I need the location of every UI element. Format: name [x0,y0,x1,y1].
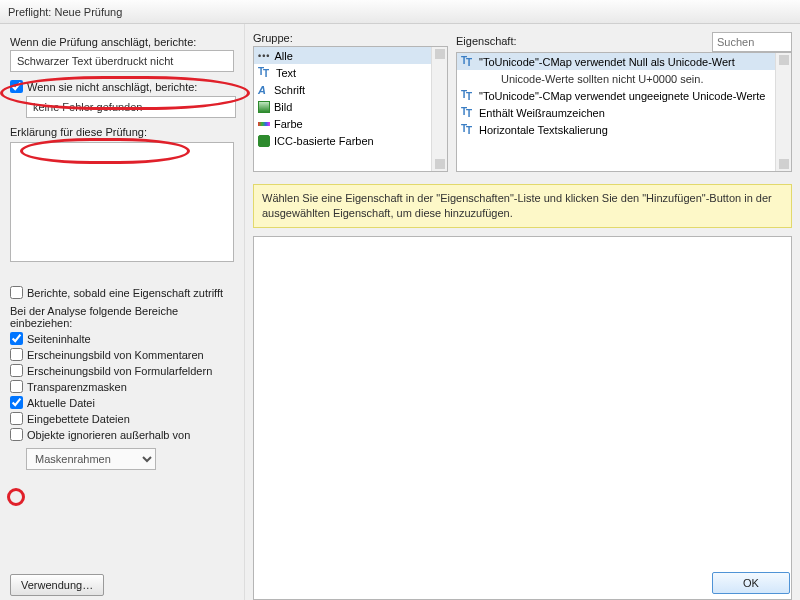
list-item[interactable]: Enthält Weißraumzeichen [457,104,791,121]
ignore-checkbox[interactable] [10,428,23,441]
ignore-label: Objekte ignorieren außerhalb von [27,429,190,441]
report-any-row[interactable]: Berichte, sobald eine Eigenschaft zutrif… [10,286,234,299]
list-item[interactable]: "ToUnicode"-CMap verwendet ungeeignete U… [457,87,791,104]
properties-area [253,236,792,600]
formfields-checkbox[interactable] [10,364,23,377]
text-icon [258,67,272,79]
scrollbar[interactable] [431,47,447,171]
right-pane: Gruppe: •••Alle Text ASchrift Bild Farbe… [245,24,800,600]
embedded-label: Eingebettete Dateien [27,413,130,425]
list-item[interactable]: Farbe [254,115,447,132]
transparency-row[interactable]: Transparenzmasken [10,380,234,393]
list-item-label: Text [276,67,296,79]
nothit-checkbox-row[interactable]: Wenn sie nicht anschlägt, berichte: [10,80,234,93]
hit-message-input[interactable] [10,50,234,72]
image-icon [258,101,270,113]
left-pane: Wenn die Prüfung anschlägt, berichte: We… [0,24,245,600]
ignore-row[interactable]: Objekte ignorieren außerhalb von [10,428,234,441]
comments-checkbox[interactable] [10,348,23,361]
property-label: Eigenschaft: [456,35,517,47]
hint-box: Wählen Sie eine Eigenschaft in der "Eige… [253,184,792,228]
scrollbar[interactable] [775,53,791,171]
search-input[interactable] [712,32,792,52]
label-hit: Wenn die Prüfung anschlägt, berichte: [10,36,234,48]
list-item-label: "ToUnicode"-CMap verwendet Null als Unic… [479,56,735,68]
transparency-checkbox[interactable] [10,380,23,393]
property-list[interactable]: "ToUnicode"-CMap verwendet Null als Unic… [456,52,792,172]
explain-textarea[interactable] [10,142,234,262]
icc-icon [258,135,270,147]
list-item-label: ICC-basierte Farben [274,135,374,147]
embedded-checkbox[interactable] [10,412,23,425]
list-item-label: Enthält Weißraumzeichen [479,107,605,119]
pagecontent-checkbox[interactable] [10,332,23,345]
list-item-label: Bild [274,101,292,113]
list-item-label: "ToUnicode"-CMap verwendet ungeeignete U… [479,90,765,102]
formfields-label: Erscheinungsbild von Formularfeldern [27,365,212,377]
formfields-row[interactable]: Erscheinungsbild von Formularfeldern [10,364,234,377]
list-item[interactable]: •••Alle [254,47,447,64]
group-list[interactable]: •••Alle Text ASchrift Bild Farbe ICC-bas… [253,46,448,172]
footer: OK [0,566,800,600]
group-panel: Gruppe: •••Alle Text ASchrift Bild Farbe… [253,32,448,172]
comments-label: Erscheinungsbild von Kommentaren [27,349,204,361]
color-icon [258,118,270,130]
label-analyze: Bei der Analyse folgende Bereiche einbez… [10,305,234,329]
tt-icon [461,107,475,119]
all-icon: ••• [258,51,270,61]
list-item[interactable]: ASchrift [254,81,447,98]
font-icon: A [258,84,270,96]
list-item-label: Horizontale Textskalierung [479,124,608,136]
tt-icon [461,56,475,68]
tt-icon [461,124,475,136]
transparency-label: Transparenzmasken [27,381,127,393]
annotation-circle-3 [7,488,25,506]
nothit-label: Wenn sie nicht anschlägt, berichte: [27,81,197,93]
pagecontent-label: Seiteninhalte [27,333,91,345]
list-item-label: Farbe [274,118,303,130]
list-item-label: Schrift [274,84,305,96]
ok-button[interactable]: OK [712,572,790,594]
currentfile-row[interactable]: Aktuelle Datei [10,396,234,409]
list-item[interactable]: Bild [254,98,447,115]
report-any-label: Berichte, sobald eine Eigenschaft zutrif… [27,287,223,299]
list-item-desc: Unicode-Werte sollten nicht U+0000 sein. [457,70,791,87]
currentfile-label: Aktuelle Datei [27,397,95,409]
pagecontent-row[interactable]: Seiteninhalte [10,332,234,345]
nothit-message-input[interactable] [26,96,236,118]
tt-icon [461,90,475,102]
list-item[interactable]: Horizontale Textskalierung [457,121,791,138]
group-label: Gruppe: [253,32,448,44]
report-any-checkbox[interactable] [10,286,23,299]
window-title: Preflight: Neue Prüfung [0,0,800,24]
mask-select[interactable]: Maskenrahmen [26,448,156,470]
currentfile-checkbox[interactable] [10,396,23,409]
comments-row[interactable]: Erscheinungsbild von Kommentaren [10,348,234,361]
nothit-checkbox[interactable] [10,80,23,93]
search-wrap [712,32,792,52]
label-explain: Erklärung für diese Prüfung: [10,126,234,138]
list-item[interactable]: Text [254,64,447,81]
list-item[interactable]: ICC-basierte Farben [254,132,447,149]
list-item-label: Alle [274,50,292,62]
embedded-row[interactable]: Eingebettete Dateien [10,412,234,425]
property-panel: Eigenschaft: "ToUnicode"-CMap verwendet … [456,32,800,172]
list-item[interactable]: "ToUnicode"-CMap verwendet Null als Unic… [457,53,791,70]
list-item-label: Unicode-Werte sollten nicht U+0000 sein. [501,73,704,85]
